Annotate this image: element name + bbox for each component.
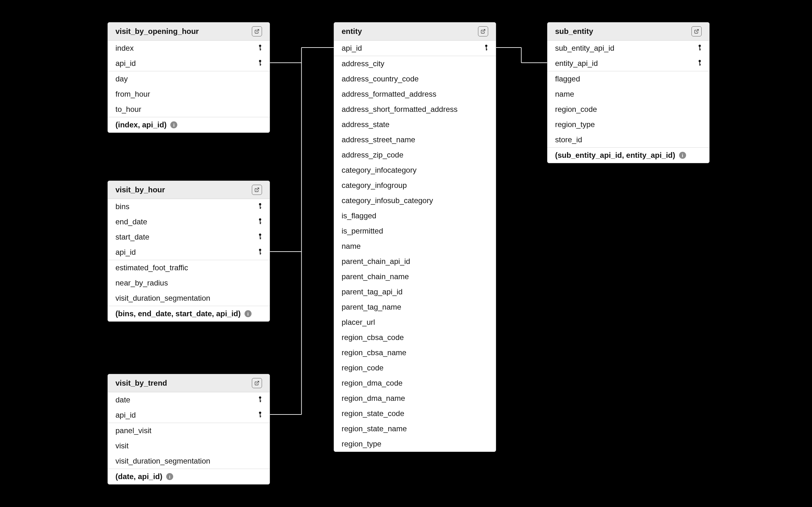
column-row[interactable]: from_hour [108, 87, 270, 102]
column-name: region_cbsa_name [342, 348, 406, 357]
column-row[interactable]: parent_chain_api_id [334, 254, 496, 269]
composite-key-label: (date, api_id) [115, 472, 162, 481]
column-row[interactable]: visit [108, 438, 270, 453]
open-external-icon[interactable] [252, 26, 262, 37]
column-row[interactable]: region_type [548, 117, 709, 132]
column-row[interactable]: parent_chain_name [334, 269, 496, 284]
svg-line-34 [257, 381, 259, 383]
column-row[interactable]: region_cbsa_name [334, 345, 496, 360]
column-row[interactable]: api_id [108, 56, 270, 71]
column-row[interactable]: flagged [548, 71, 709, 87]
column-row[interactable]: start_date [108, 229, 270, 245]
svg-rect-41 [260, 416, 261, 416]
column-row[interactable]: category_infogroup [334, 178, 496, 193]
svg-rect-27 [260, 235, 260, 239]
column-row[interactable]: store_id [548, 132, 709, 147]
column-row[interactable]: address_short_formatted_address [334, 102, 496, 117]
column-row[interactable]: category_infocategory [334, 163, 496, 178]
column-row[interactable]: bins [108, 199, 270, 214]
info-icon[interactable]: i [245, 310, 252, 317]
svg-point-18 [259, 203, 261, 205]
column-name: day [115, 74, 128, 83]
column-row[interactable]: estimated_foot_traffic [108, 260, 270, 275]
svg-point-30 [259, 249, 261, 251]
column-row[interactable]: index [108, 41, 270, 56]
svg-line-48 [696, 30, 699, 32]
svg-rect-42 [260, 417, 261, 417]
column-row[interactable]: address_state [334, 117, 496, 132]
column-name: api_id [115, 411, 136, 419]
primary-key-icon [258, 411, 262, 419]
column-row[interactable]: name [334, 239, 496, 254]
column-row[interactable]: name [548, 87, 709, 102]
svg-rect-55 [699, 64, 701, 65]
column-row[interactable]: visit_duration_segmentation [108, 291, 270, 306]
open-external-icon[interactable] [252, 185, 262, 195]
column-name: sub_entity_api_id [555, 44, 614, 53]
column-row[interactable]: region_cbsa_code [334, 330, 496, 345]
table-header: visit_by_opening_hour [108, 22, 270, 41]
column-row[interactable]: region_code [334, 360, 496, 376]
column-row[interactable]: api_id [108, 245, 270, 260]
column-row[interactable]: address_zip_code [334, 147, 496, 163]
svg-rect-23 [260, 220, 260, 224]
column-row[interactable]: sub_entity_api_id [548, 41, 709, 56]
column-row[interactable]: panel_visit [108, 423, 270, 438]
svg-rect-31 [260, 250, 260, 254]
column-name: address_city [342, 59, 385, 68]
open-external-icon[interactable] [478, 26, 488, 37]
column-row[interactable]: address_country_code [334, 71, 496, 87]
column-row[interactable]: end_date [108, 214, 270, 229]
column-row[interactable]: is_flagged [334, 208, 496, 223]
column-name: category_infocategory [342, 166, 416, 175]
column-name: address_short_formatted_address [342, 105, 458, 114]
column-row[interactable]: api_id [334, 41, 496, 56]
column-row[interactable]: date [108, 392, 270, 407]
svg-rect-51 [699, 49, 701, 49]
column-row[interactable]: region_state_code [334, 406, 496, 421]
column-row[interactable]: entity_api_id [548, 56, 709, 71]
column-row[interactable]: parent_tag_name [334, 299, 496, 315]
column-name: bins [115, 202, 130, 211]
column-row[interactable]: is_permitted [334, 223, 496, 239]
column-row[interactable]: category_infosub_category [334, 193, 496, 208]
open-external-icon[interactable] [692, 26, 702, 37]
open-external-icon[interactable] [252, 378, 262, 388]
svg-rect-21 [260, 208, 261, 209]
table-sub_entity: sub_entitysub_entity_api_identity_api_id… [547, 22, 710, 163]
column-name: parent_tag_name [342, 302, 401, 312]
column-row[interactable]: region_dma_name [334, 391, 496, 406]
info-icon[interactable]: i [166, 473, 173, 480]
column-row[interactable]: placer_url [334, 315, 496, 330]
column-row[interactable]: region_type [334, 436, 496, 452]
info-icon[interactable]: i [170, 121, 177, 128]
svg-line-17 [257, 188, 259, 190]
column-name: flagged [555, 74, 580, 83]
svg-rect-20 [260, 207, 261, 208]
column-row[interactable]: region_dma_code [334, 376, 496, 391]
column-row[interactable]: day [108, 71, 270, 87]
column-row[interactable]: address_street_name [334, 132, 496, 147]
svg-rect-52 [699, 50, 701, 50]
svg-point-22 [259, 218, 261, 221]
column-name: estimated_foot_traffic [115, 263, 188, 272]
svg-rect-28 [260, 238, 261, 238]
column-row[interactable]: visit_duration_segmentation [108, 453, 270, 469]
composite-key-footer: (index, api_id)i [108, 117, 270, 132]
column-row[interactable]: region_state_name [334, 421, 496, 436]
column-name: visit_duration_segmentation [115, 294, 210, 302]
column-row[interactable]: api_id [108, 407, 270, 423]
composite-key-label: (index, api_id) [115, 120, 166, 129]
column-row[interactable]: address_formatted_address [334, 87, 496, 102]
column-row[interactable]: region_code [548, 102, 709, 117]
column-row[interactable]: to_hour [108, 102, 270, 117]
column-name: region_state_code [342, 409, 404, 418]
column-name: address_street_name [342, 135, 415, 144]
info-icon[interactable]: i [679, 152, 686, 159]
column-name: region_type [342, 440, 381, 448]
svg-point-13 [259, 60, 261, 62]
column-row[interactable]: parent_tag_api_id [334, 284, 496, 299]
column-row[interactable]: address_city [334, 56, 496, 71]
svg-line-8 [257, 30, 259, 32]
column-row[interactable]: near_by_radius [108, 275, 270, 291]
